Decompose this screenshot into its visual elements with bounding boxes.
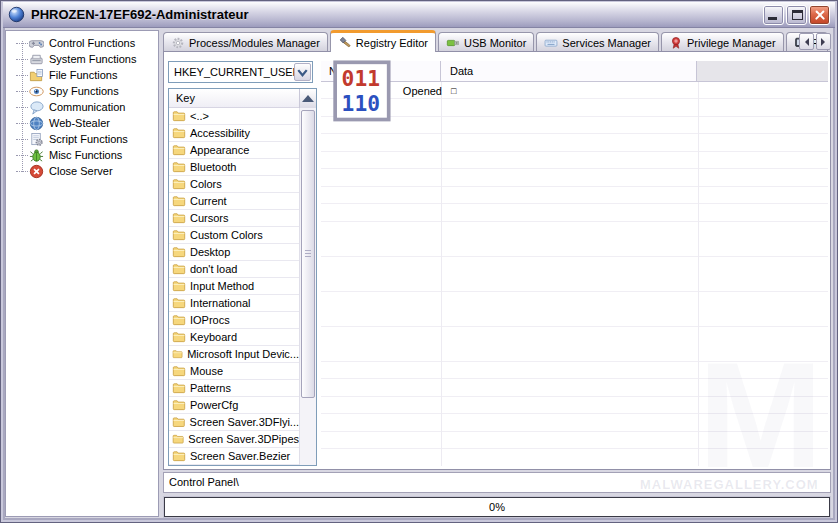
key-label: Screen Saver.3DFlyi... xyxy=(190,416,299,428)
value-row-opened[interactable]: 011110 Opened □ xyxy=(321,82,828,99)
key-row-colors[interactable]: Colors xyxy=(169,176,299,193)
minimize-button[interactable] xyxy=(763,5,784,25)
folder-icon xyxy=(172,228,186,242)
key-list-scrollbar[interactable] xyxy=(299,108,316,465)
key-row-don-t-load[interactable]: don't load xyxy=(169,261,299,278)
tab-registry-editor[interactable]: Registry Editor xyxy=(330,30,436,52)
ribbon-icon xyxy=(669,36,683,50)
sidebar-item-script-functions[interactable]: Script Functions xyxy=(6,131,158,147)
key-row-appearance[interactable]: Appearance xyxy=(169,142,299,159)
key-label: Screen Saver.Bezier xyxy=(190,450,290,462)
key-row-current[interactable]: Current xyxy=(169,193,299,210)
folder-icon xyxy=(172,126,186,140)
key-label: <..> xyxy=(190,110,209,122)
sidebar-item-spy-functions[interactable]: Spy Functions xyxy=(6,83,158,99)
window-title: PHROZEN-17EF692-Administrateur xyxy=(31,7,763,22)
key-label: Colors xyxy=(190,178,222,190)
sidebar-item-communication[interactable]: Communication xyxy=(6,99,158,115)
key-row-screen-saver-3dflyi[interactable]: Screen Saver.3DFlyi... xyxy=(169,414,299,431)
maximize-icon xyxy=(792,10,803,20)
key-row-ioprocs[interactable]: IOProcs xyxy=(169,312,299,329)
sidebar-item-label: Control Functions xyxy=(49,37,135,49)
key-list: <..> Accessibility Appearance Bluetooth … xyxy=(169,108,299,465)
gear-icon xyxy=(171,36,185,50)
key-row-custom-colors[interactable]: Custom Colors xyxy=(169,227,299,244)
gamepad-icon xyxy=(29,36,44,51)
value-data: □ xyxy=(442,86,456,96)
folder-icon xyxy=(172,160,186,174)
tab-scroll-right-button[interactable] xyxy=(816,33,831,50)
current-path-text: Control Panel\ xyxy=(169,476,239,488)
sidebar-item-misc-functions[interactable]: Misc Functions xyxy=(6,147,158,163)
scrollbar-thumb[interactable] xyxy=(301,110,315,398)
key-row-mouse[interactable]: Mouse xyxy=(169,363,299,380)
key-label: Cursors xyxy=(190,212,229,224)
binary-value-icon: 011110 xyxy=(325,54,399,128)
key-row-keyboard[interactable]: Keyboard xyxy=(169,329,299,346)
key-row-cursors[interactable]: Cursors xyxy=(169,210,299,227)
sidebar-item-file-functions[interactable]: File Functions xyxy=(6,67,158,83)
key-row-screen-saver-bezier[interactable]: Screen Saver.Bezier xyxy=(169,448,299,465)
key-label: Screen Saver.3DPipes xyxy=(188,433,299,445)
tab-usb-monitor[interactable]: USB Monitor xyxy=(438,32,534,52)
folder-icon xyxy=(172,245,186,259)
key-label: Accessibility xyxy=(190,127,250,139)
globe-icon xyxy=(29,116,44,131)
folder-icon xyxy=(172,398,186,412)
folder-icon xyxy=(172,109,186,123)
close-icon xyxy=(810,6,829,24)
key-label: Microsoft Input Devic... xyxy=(187,348,299,360)
file-folder-icon xyxy=(29,68,44,83)
key-label: Custom Colors xyxy=(190,229,263,241)
tab-label: Registry Editor xyxy=(356,37,428,49)
tab-process-modules-manager[interactable]: Process/Modules Manager xyxy=(163,32,328,52)
app-orb-icon xyxy=(8,6,25,23)
tab-privilege-manager[interactable]: Privilege Manager xyxy=(661,32,784,52)
key-row-bluetooth[interactable]: Bluetooth xyxy=(169,159,299,176)
folder-icon xyxy=(172,143,186,157)
key-label: don't load xyxy=(190,263,237,275)
dropdown-button[interactable] xyxy=(294,63,311,81)
tab-bar: Process/Modules Manager Registry Editor … xyxy=(163,30,831,52)
column-header-data[interactable]: Data xyxy=(441,61,697,81)
close-button[interactable] xyxy=(809,5,830,25)
key-list-panel: Key <..> Accessibility Appearance Blueto… xyxy=(168,88,317,466)
folder-icon xyxy=(172,330,186,344)
svg-text:011: 011 xyxy=(342,66,380,91)
key-header-label: Key xyxy=(176,92,195,104)
hive-dropdown[interactable]: HKEY_CURRENT_USER xyxy=(168,61,313,83)
folder-icon xyxy=(172,296,186,310)
title-bar[interactable]: PHROZEN-17EF692-Administrateur xyxy=(3,2,835,28)
folder-icon xyxy=(172,415,186,429)
tab-label: USB Monitor xyxy=(464,37,526,49)
key-label: Current xyxy=(190,195,227,207)
sidebar-item-close-server[interactable]: Close Server xyxy=(6,163,158,179)
key-row-screen-saver-3dpipes[interactable]: Screen Saver.3DPipes xyxy=(169,431,299,448)
folder-icon xyxy=(172,432,184,446)
key-row-[interactable]: <..> xyxy=(169,108,299,125)
values-grid: Name Data 011110 Opened □ xyxy=(321,61,828,466)
current-path-box: Control Panel\ xyxy=(163,472,831,493)
key-row-input-method[interactable]: Input Method xyxy=(169,278,299,295)
key-row-desktop[interactable]: Desktop xyxy=(169,244,299,261)
key-column-header[interactable]: Key xyxy=(169,89,316,108)
key-row-patterns[interactable]: Patterns xyxy=(169,380,299,397)
folder-icon xyxy=(172,449,186,463)
key-label: IOProcs xyxy=(190,314,230,326)
close-circle-icon xyxy=(29,164,44,179)
tab-scroll-left-button[interactable] xyxy=(799,33,814,50)
scroll-up-button[interactable] xyxy=(299,89,316,108)
sidebar-item-system-functions[interactable]: System Functions xyxy=(6,51,158,67)
maximize-button[interactable] xyxy=(786,5,807,25)
key-row-accessibility[interactable]: Accessibility xyxy=(169,125,299,142)
tab-services-manager[interactable]: Services Manager xyxy=(536,32,659,52)
arrow-left-icon xyxy=(801,38,809,46)
key-row-microsoft-input-devic[interactable]: Microsoft Input Devic... xyxy=(169,346,299,363)
key-label: Keyboard xyxy=(190,331,237,343)
sidebar-item-control-functions[interactable]: Control Functions xyxy=(6,35,158,51)
key-row-international[interactable]: International xyxy=(169,295,299,312)
tab-scroll-controls xyxy=(799,33,831,50)
key-row-powercfg[interactable]: PowerCfg xyxy=(169,397,299,414)
sidebar-item-web-stealer[interactable]: Web-Stealer xyxy=(6,115,158,131)
folder-icon xyxy=(172,381,186,395)
